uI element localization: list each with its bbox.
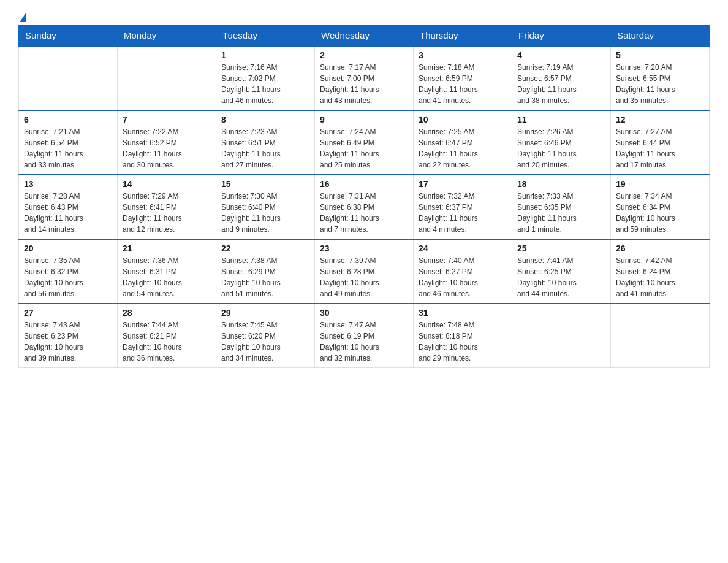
calendar-cell: 20Sunrise: 7:35 AM Sunset: 6:32 PM Dayli… bbox=[19, 239, 118, 304]
day-info: Sunrise: 7:48 AM Sunset: 6:18 PM Dayligh… bbox=[419, 320, 507, 364]
weekday-header-tuesday: Tuesday bbox=[216, 25, 315, 47]
day-info: Sunrise: 7:47 AM Sunset: 6:19 PM Dayligh… bbox=[320, 320, 408, 364]
day-info: Sunrise: 7:28 AM Sunset: 6:43 PM Dayligh… bbox=[24, 191, 112, 235]
day-info: Sunrise: 7:24 AM Sunset: 6:49 PM Dayligh… bbox=[320, 126, 408, 170]
day-info: Sunrise: 7:31 AM Sunset: 6:38 PM Dayligh… bbox=[320, 191, 408, 235]
day-number: 3 bbox=[419, 50, 507, 60]
day-info: Sunrise: 7:26 AM Sunset: 6:46 PM Dayligh… bbox=[517, 126, 605, 170]
calendar-cell: 23Sunrise: 7:39 AM Sunset: 6:28 PM Dayli… bbox=[315, 239, 414, 304]
day-number: 21 bbox=[123, 243, 211, 253]
day-number: 22 bbox=[221, 243, 309, 253]
calendar-cell: 8Sunrise: 7:23 AM Sunset: 6:51 PM Daylig… bbox=[216, 110, 315, 175]
day-info: Sunrise: 7:33 AM Sunset: 6:35 PM Dayligh… bbox=[517, 191, 605, 235]
day-number: 7 bbox=[123, 115, 211, 124]
day-number: 1 bbox=[221, 50, 309, 60]
day-info: Sunrise: 7:21 AM Sunset: 6:54 PM Dayligh… bbox=[24, 126, 112, 170]
week-row-5: 27Sunrise: 7:43 AM Sunset: 6:23 PM Dayli… bbox=[19, 304, 710, 368]
logo-line1 bbox=[18, 12, 26, 22]
day-number: 28 bbox=[123, 308, 211, 318]
calendar-cell bbox=[512, 304, 611, 368]
day-number: 31 bbox=[419, 308, 507, 318]
calendar-cell: 31Sunrise: 7:48 AM Sunset: 6:18 PM Dayli… bbox=[414, 304, 512, 368]
weekday-header-saturday: Saturday bbox=[611, 25, 710, 47]
calendar-cell: 1Sunrise: 7:16 AM Sunset: 7:02 PM Daylig… bbox=[216, 46, 315, 110]
calendar-cell: 11Sunrise: 7:26 AM Sunset: 6:46 PM Dayli… bbox=[512, 110, 611, 175]
calendar-cell: 2Sunrise: 7:17 AM Sunset: 7:00 PM Daylig… bbox=[315, 46, 414, 110]
day-number: 8 bbox=[221, 115, 309, 124]
calendar-cell: 4Sunrise: 7:19 AM Sunset: 6:57 PM Daylig… bbox=[512, 46, 611, 110]
weekday-header-row: SundayMondayTuesdayWednesdayThursdayFrid… bbox=[19, 25, 710, 47]
day-info: Sunrise: 7:42 AM Sunset: 6:24 PM Dayligh… bbox=[616, 255, 704, 299]
day-info: Sunrise: 7:27 AM Sunset: 6:44 PM Dayligh… bbox=[616, 126, 704, 170]
day-info: Sunrise: 7:17 AM Sunset: 7:00 PM Dayligh… bbox=[320, 62, 408, 106]
day-number: 27 bbox=[24, 308, 112, 318]
calendar-cell: 24Sunrise: 7:40 AM Sunset: 6:27 PM Dayli… bbox=[414, 239, 512, 304]
calendar-cell: 7Sunrise: 7:22 AM Sunset: 6:52 PM Daylig… bbox=[118, 110, 216, 175]
day-info: Sunrise: 7:30 AM Sunset: 6:40 PM Dayligh… bbox=[221, 191, 309, 235]
day-number: 24 bbox=[419, 243, 507, 253]
day-number: 29 bbox=[221, 308, 309, 318]
day-number: 18 bbox=[517, 179, 605, 189]
day-number: 10 bbox=[419, 115, 507, 124]
day-number: 23 bbox=[320, 243, 408, 253]
day-number: 17 bbox=[419, 179, 507, 189]
day-info: Sunrise: 7:45 AM Sunset: 6:20 PM Dayligh… bbox=[221, 320, 309, 364]
day-number: 25 bbox=[517, 243, 605, 253]
logo bbox=[18, 12, 26, 18]
calendar-cell: 10Sunrise: 7:25 AM Sunset: 6:47 PM Dayli… bbox=[414, 110, 512, 175]
day-number: 2 bbox=[320, 50, 408, 60]
week-row-3: 13Sunrise: 7:28 AM Sunset: 6:43 PM Dayli… bbox=[19, 175, 710, 239]
calendar-cell: 12Sunrise: 7:27 AM Sunset: 6:44 PM Dayli… bbox=[611, 110, 710, 175]
day-number: 4 bbox=[517, 50, 605, 60]
day-number: 14 bbox=[123, 179, 211, 189]
week-row-4: 20Sunrise: 7:35 AM Sunset: 6:32 PM Dayli… bbox=[19, 239, 710, 304]
calendar-cell: 19Sunrise: 7:34 AM Sunset: 6:34 PM Dayli… bbox=[611, 175, 710, 239]
day-info: Sunrise: 7:18 AM Sunset: 6:59 PM Dayligh… bbox=[419, 62, 507, 106]
day-info: Sunrise: 7:39 AM Sunset: 6:28 PM Dayligh… bbox=[320, 255, 408, 299]
week-row-2: 6Sunrise: 7:21 AM Sunset: 6:54 PM Daylig… bbox=[19, 110, 710, 175]
calendar-cell: 15Sunrise: 7:30 AM Sunset: 6:40 PM Dayli… bbox=[216, 175, 315, 239]
day-number: 12 bbox=[616, 115, 704, 124]
calendar-cell: 5Sunrise: 7:20 AM Sunset: 6:55 PM Daylig… bbox=[611, 46, 710, 110]
day-number: 13 bbox=[24, 179, 112, 189]
calendar-cell: 28Sunrise: 7:44 AM Sunset: 6:21 PM Dayli… bbox=[118, 304, 216, 368]
calendar-cell: 18Sunrise: 7:33 AM Sunset: 6:35 PM Dayli… bbox=[512, 175, 611, 239]
day-info: Sunrise: 7:22 AM Sunset: 6:52 PM Dayligh… bbox=[123, 126, 211, 170]
calendar-cell: 27Sunrise: 7:43 AM Sunset: 6:23 PM Dayli… bbox=[19, 304, 118, 368]
page-header bbox=[18, 12, 710, 18]
calendar-cell: 26Sunrise: 7:42 AM Sunset: 6:24 PM Dayli… bbox=[611, 239, 710, 304]
logo-triangle-icon bbox=[20, 12, 26, 22]
day-info: Sunrise: 7:40 AM Sunset: 6:27 PM Dayligh… bbox=[419, 255, 507, 299]
calendar-cell: 13Sunrise: 7:28 AM Sunset: 6:43 PM Dayli… bbox=[19, 175, 118, 239]
calendar-cell: 16Sunrise: 7:31 AM Sunset: 6:38 PM Dayli… bbox=[315, 175, 414, 239]
day-number: 9 bbox=[320, 115, 408, 124]
day-number: 16 bbox=[320, 179, 408, 189]
weekday-header-sunday: Sunday bbox=[19, 25, 118, 47]
day-info: Sunrise: 7:19 AM Sunset: 6:57 PM Dayligh… bbox=[517, 62, 605, 106]
calendar-cell: 17Sunrise: 7:32 AM Sunset: 6:37 PM Dayli… bbox=[414, 175, 512, 239]
day-number: 11 bbox=[517, 115, 605, 124]
weekday-header-thursday: Thursday bbox=[414, 25, 512, 47]
day-info: Sunrise: 7:41 AM Sunset: 6:25 PM Dayligh… bbox=[517, 255, 605, 299]
week-row-1: 1Sunrise: 7:16 AM Sunset: 7:02 PM Daylig… bbox=[19, 46, 710, 110]
day-info: Sunrise: 7:43 AM Sunset: 6:23 PM Dayligh… bbox=[24, 320, 112, 364]
day-info: Sunrise: 7:16 AM Sunset: 7:02 PM Dayligh… bbox=[221, 62, 309, 106]
day-info: Sunrise: 7:25 AM Sunset: 6:47 PM Dayligh… bbox=[419, 126, 507, 170]
weekday-header-friday: Friday bbox=[512, 25, 611, 47]
day-info: Sunrise: 7:32 AM Sunset: 6:37 PM Dayligh… bbox=[419, 191, 507, 235]
calendar-cell: 21Sunrise: 7:36 AM Sunset: 6:31 PM Dayli… bbox=[118, 239, 216, 304]
calendar-cell: 29Sunrise: 7:45 AM Sunset: 6:20 PM Dayli… bbox=[216, 304, 315, 368]
day-number: 30 bbox=[320, 308, 408, 318]
day-number: 6 bbox=[24, 115, 112, 124]
day-number: 15 bbox=[221, 179, 309, 189]
calendar-cell: 9Sunrise: 7:24 AM Sunset: 6:49 PM Daylig… bbox=[315, 110, 414, 175]
day-info: Sunrise: 7:23 AM Sunset: 6:51 PM Dayligh… bbox=[221, 126, 309, 170]
calendar-cell: 22Sunrise: 7:38 AM Sunset: 6:29 PM Dayli… bbox=[216, 239, 315, 304]
day-info: Sunrise: 7:34 AM Sunset: 6:34 PM Dayligh… bbox=[616, 191, 704, 235]
day-info: Sunrise: 7:36 AM Sunset: 6:31 PM Dayligh… bbox=[123, 255, 211, 299]
day-info: Sunrise: 7:20 AM Sunset: 6:55 PM Dayligh… bbox=[616, 62, 704, 106]
day-info: Sunrise: 7:44 AM Sunset: 6:21 PM Dayligh… bbox=[123, 320, 211, 364]
calendar-cell: 6Sunrise: 7:21 AM Sunset: 6:54 PM Daylig… bbox=[19, 110, 118, 175]
weekday-header-monday: Monday bbox=[118, 25, 216, 47]
calendar-table: SundayMondayTuesdayWednesdayThursdayFrid… bbox=[18, 25, 710, 368]
